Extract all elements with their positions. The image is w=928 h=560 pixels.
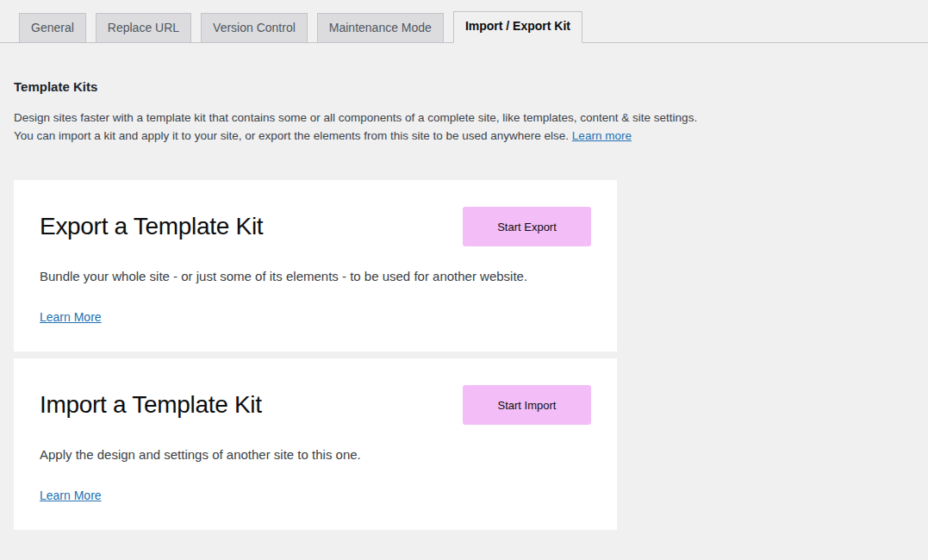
start-import-button[interactable]: Start Import	[463, 385, 591, 425]
import-kit-card: Import a Template Kit Start Import Apply…	[14, 358, 617, 530]
export-card-title: Export a Template Kit	[40, 213, 263, 240]
import-learn-more-link[interactable]: Learn More	[40, 488, 102, 502]
tab-import-export-kit[interactable]: Import / Export Kit	[453, 11, 582, 43]
export-card-description: Bundle your whole site - or just some of…	[40, 269, 591, 284]
tab-version-control[interactable]: Version Control	[201, 13, 308, 43]
import-card-description: Apply the design and settings of another…	[40, 447, 591, 463]
tab-replace-url[interactable]: Replace URL	[96, 13, 191, 43]
settings-tab-bar: General Replace URL Version Control Main…	[0, 0, 928, 43]
import-card-title: Import a Template Kit	[40, 391, 262, 419]
tab-general[interactable]: General	[19, 13, 86, 43]
kit-cards: Export a Template Kit Start Export Bundl…	[14, 180, 914, 530]
page-title: Template Kits	[14, 79, 914, 94]
export-learn-more-link[interactable]: Learn More	[40, 310, 102, 324]
intro-line-1: Design sites faster with a template kit …	[14, 111, 697, 124]
export-card-header: Export a Template Kit Start Export	[40, 207, 591, 246]
export-kit-card: Export a Template Kit Start Export Bundl…	[14, 180, 617, 352]
export-card-link-row: Learn More	[40, 309, 591, 325]
intro-learn-more-link[interactable]: Learn more	[572, 129, 632, 142]
intro-line-2: You can import a kit and apply it to you…	[14, 129, 569, 142]
intro-description: Design sites faster with a template kit …	[14, 109, 789, 145]
start-export-button[interactable]: Start Export	[463, 207, 591, 246]
tab-panel-import-export: Template Kits Design sites faster with a…	[0, 79, 928, 530]
import-card-link-row: Learn More	[40, 488, 591, 503]
import-card-header: Import a Template Kit Start Import	[40, 385, 591, 425]
tab-maintenance-mode[interactable]: Maintenance Mode	[317, 13, 444, 43]
